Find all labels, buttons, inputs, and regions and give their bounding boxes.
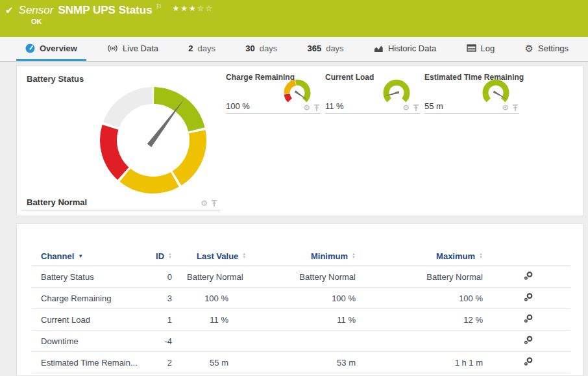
object-kind-label: Sensor [19, 4, 54, 17]
row-actions [497, 271, 570, 282]
gauge-cell-current-load: Current Load11 %⚙ [325, 71, 420, 114]
channel-id: 0 [152, 272, 175, 282]
channel-name: Downtime [32, 336, 152, 346]
gauge-gear-icon[interactable]: ⚙ [303, 104, 310, 112]
table-row-downtime: Downtime-4 [32, 331, 570, 352]
channel-settings-icon[interactable] [523, 271, 534, 281]
page-title: SNMP UPS Status [58, 4, 152, 17]
gauge-pin-icon[interactable] [313, 104, 320, 112]
gauge-pin-icon[interactable] [512, 104, 519, 112]
battery-status-gauge [97, 84, 209, 196]
sort-icon: ▲▼ [168, 253, 172, 259]
tab-label: Settings [538, 44, 569, 53]
sensor-titlebar: ✔ Sensor SNMP UPS Status ⚐ ★★★☆☆ OK [0, 0, 588, 37]
gauge-pin-icon[interactable] [211, 199, 217, 207]
tab-live-data[interactable]: Live Data [98, 37, 167, 61]
channel-name: Estimated Time Remain... [32, 358, 152, 368]
gauge-gear-icon[interactable]: ⚙ [502, 104, 509, 112]
tab-label: days [326, 44, 343, 53]
channel-id: 2 [152, 358, 175, 368]
gauges-panel: Battery Status Battery Normal ⚙ Charge R… [16, 65, 583, 216]
gauge-actions: ⚙ [402, 104, 419, 112]
channel-name: Current Load [32, 315, 152, 325]
channel-settings-icon[interactable] [523, 292, 534, 302]
channel-settings-icon[interactable] [523, 314, 534, 323]
tab-label: days [198, 44, 215, 53]
main-gauge-title: Battery Status [27, 74, 84, 84]
tab-settings[interactable]: ⚙Settings [516, 37, 578, 61]
channel-name: Battery Status [32, 272, 152, 282]
table-row-battery-status: Battery Status0Battery NormalBattery Nor… [32, 266, 570, 288]
gauge-value: 55 m [424, 101, 443, 111]
minimum-value: 53 m [252, 358, 369, 368]
status-badge: OK [31, 18, 42, 25]
gauge-dial [382, 79, 411, 107]
row-actions [497, 314, 570, 325]
channels-panel: Channel▼ID▲▼Last Value▲▼Minimum▲▼Maximum… [16, 223, 583, 376]
tab-label: Historic Data [388, 44, 436, 53]
gauge-value: 11 % [325, 101, 344, 111]
star-filled-icon[interactable]: ★ [173, 4, 181, 13]
table-row-charge-remaining: Charge Remaining3100 %100 %100 % [32, 288, 570, 309]
tab-label: Log [481, 44, 495, 53]
gauge-gear-icon[interactable]: ⚙ [201, 199, 208, 207]
tab-365-days[interactable]: 365days [298, 37, 352, 61]
gauge-dial [282, 79, 312, 107]
gauge-pin-icon[interactable] [413, 104, 419, 112]
channels-table: Channel▼ID▲▼Last Value▲▼Minimum▲▼Maximum… [32, 246, 570, 373]
column-header-last[interactable]: Last Value▲▼ [175, 251, 252, 261]
column-header-max[interactable]: Maximum▲▼ [369, 251, 497, 261]
column-header-min[interactable]: Minimum▲▼ [252, 251, 369, 261]
minimum-value: 100 % [252, 294, 369, 303]
row-actions [497, 335, 570, 347]
maximum-value: 100 % [369, 294, 497, 303]
tab-label: Overview [40, 44, 77, 53]
main-gauge-cell: Battery Status Battery Normal ⚙ [21, 71, 220, 210]
tab-historic-data[interactable]: Historic Data [365, 37, 445, 61]
gauge-title: Current Load [325, 73, 374, 82]
gauge-gear-icon[interactable]: ⚙ [402, 104, 410, 112]
sort-desc-icon: ▼ [78, 253, 83, 259]
gauge-actions: ⚙ [502, 104, 519, 112]
gear-icon: ⚙ [525, 44, 533, 53]
chart-icon [374, 44, 384, 53]
tab-2-days[interactable]: 2days [179, 37, 225, 61]
maximum-value: Battery Normal [369, 272, 497, 282]
tab-log[interactable]: Log [458, 37, 504, 61]
column-header-id[interactable]: ID▲▼ [152, 251, 175, 261]
gauge-cell-charge-remaining: Charge Remaining100 %⚙ [226, 71, 321, 114]
column-header-channel[interactable]: Channel▼ [32, 251, 152, 261]
star-empty-icon[interactable]: ☆ [206, 4, 214, 13]
gauge-dial [481, 79, 511, 107]
minimum-value: 11 % [252, 315, 369, 325]
channel-settings-icon[interactable] [523, 357, 534, 366]
gauge-cell-estimated-time-remaining: Estimated Time Remaining55 m⚙ [424, 71, 519, 114]
live-icon [107, 44, 118, 53]
star-rating[interactable]: ★★★☆☆ [173, 4, 214, 13]
channel-id: 3 [152, 294, 175, 303]
table-header-row: Channel▼ID▲▼Last Value▲▼Minimum▲▼Maximum… [32, 246, 570, 266]
tab-overview[interactable]: Overview [16, 37, 86, 61]
row-actions [497, 292, 570, 304]
maximum-value: 1 h 1 m [369, 358, 497, 368]
star-filled-icon[interactable]: ★ [189, 4, 197, 13]
tab-label: days [260, 44, 277, 53]
tab-number: 365 [307, 44, 321, 53]
log-icon [467, 44, 476, 52]
tab-bar: OverviewLive Data2days30days365daysHisto… [0, 37, 588, 62]
tab-30-days[interactable]: 30days [236, 37, 286, 61]
last-value: 11 % [175, 315, 252, 325]
tab-label: Live Data [123, 44, 158, 53]
channel-name: Charge Remaining [32, 294, 152, 303]
star-empty-icon[interactable]: ☆ [197, 4, 206, 13]
channel-settings-icon[interactable] [523, 335, 534, 345]
minimum-value: Battery Normal [252, 272, 369, 282]
flag-icon[interactable]: ⚐ [156, 3, 162, 11]
table-row-estimated-time-remain-: Estimated Time Remain...255 m53 m1 h 1 m [32, 352, 570, 373]
star-filled-icon[interactable]: ★ [180, 4, 189, 13]
gauge-actions: ⚙ [303, 104, 320, 112]
tab-number: 2 [188, 44, 193, 53]
last-value: 100 % [175, 294, 252, 303]
channel-id: -4 [152, 336, 175, 346]
sort-icon: ▲▼ [242, 253, 246, 259]
